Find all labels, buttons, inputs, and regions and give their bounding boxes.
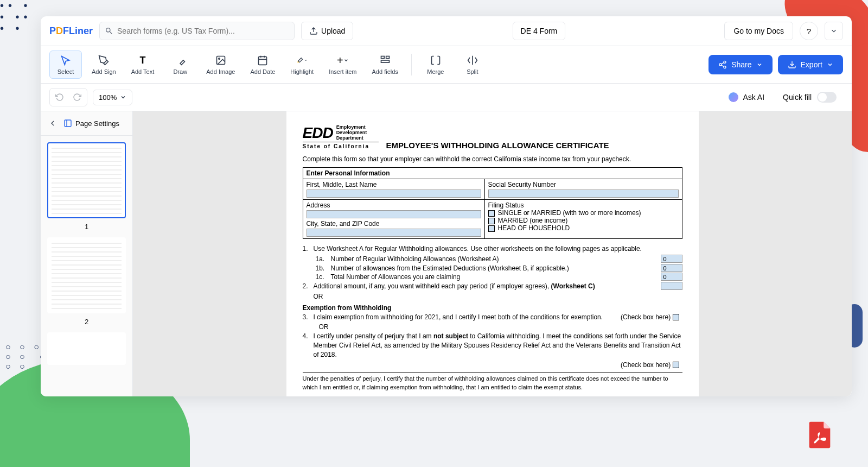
chevron-down-icon (343, 58, 349, 63)
sidebar-header: Page Settings (41, 111, 132, 136)
tool-select[interactable]: Select (49, 51, 82, 79)
svg-point-10 (719, 64, 722, 66)
tool-draw[interactable]: Draw (164, 51, 196, 78)
document-name[interactable]: DE 4 Form (513, 22, 566, 40)
help-button[interactable]: ? (800, 22, 818, 40)
sign-icon (98, 55, 109, 66)
page-thumbnail[interactable] (47, 332, 126, 365)
undo-icon (55, 93, 64, 102)
ssn-field[interactable] (488, 190, 679, 198)
export-button[interactable]: Export (778, 55, 843, 74)
search-icon (105, 27, 113, 35)
tool-highlight[interactable]: Highlight (285, 51, 319, 78)
tool-insert-item[interactable]: + Insert item (323, 51, 362, 78)
upload-button[interactable]: Upload (301, 22, 353, 40)
tool-label: Select (58, 68, 74, 75)
exemption-header: Exemption from Withholding (303, 304, 682, 313)
document-page: EDD Employment Development Department St… (286, 111, 699, 396)
tool-add-date[interactable]: Add Date (245, 51, 280, 78)
chevron-down-icon (756, 61, 763, 68)
thumb-number: 1 (47, 223, 126, 231)
image-icon (215, 55, 226, 66)
ask-ai-button[interactable]: Ask AI (722, 89, 771, 105)
split-icon (467, 55, 478, 66)
exemption-3-checkbox[interactable] (673, 314, 679, 320)
form-body: 1.Use Worksheet A for Regular Withholdin… (303, 244, 682, 396)
allowance-1b-field[interactable]: 0 (661, 264, 682, 272)
tool-add-image[interactable]: Add Image (201, 51, 240, 78)
svg-rect-6 (381, 56, 384, 59)
item1a: Number of Regular Withholding Allowances… (331, 255, 658, 264)
thumb-number: 2 (47, 318, 126, 326)
search-input[interactable] (99, 22, 295, 40)
quickfill-toggle[interactable]: Quick fill (776, 89, 843, 106)
tool-add-sign[interactable]: Add Sign (86, 51, 122, 78)
personal-info-table: Enter Personal Information First, Middle… (303, 167, 682, 239)
undo-redo-group (49, 88, 87, 106)
svg-rect-7 (386, 56, 389, 59)
edd-line: Department (336, 136, 367, 141)
allowance-1c-field[interactable]: 0 (661, 273, 682, 281)
name-field[interactable] (307, 190, 481, 198)
thumbnails-panel[interactable]: 1 2 (41, 136, 132, 396)
svg-line-12 (722, 65, 724, 67)
item1: Use Worksheet A for Regular Withholding … (314, 244, 682, 254)
tool-split[interactable]: Split (456, 51, 489, 78)
item3: I claim exemption from withholding for 2… (314, 313, 621, 322)
sidebar-collapse-button[interactable] (46, 117, 59, 130)
calendar-icon (257, 55, 268, 66)
pdf-icon (804, 419, 835, 451)
ask-ai-label: Ask AI (743, 93, 764, 102)
page-settings-label: Page Settings (75, 119, 119, 128)
tool-label: Insert item (329, 68, 356, 75)
svg-point-11 (724, 66, 726, 68)
filing-checkbox-single[interactable] (488, 210, 495, 217)
chevron-down-icon (120, 94, 126, 100)
item2-bold: (Worksheet C) (551, 282, 595, 290)
tool-label: Draw (173, 68, 187, 75)
check-here-label: (Check box here) (621, 313, 671, 321)
toggle-switch[interactable] (817, 92, 837, 103)
tool-merge[interactable]: Merge (419, 51, 452, 78)
form-title: EMPLOYEE'S WITHHOLDING ALLOWANCE CERTIFI… (386, 141, 609, 150)
tool-add-fields[interactable]: Add fields (367, 51, 404, 78)
tool-add-text[interactable]: T Add Text (126, 51, 160, 78)
city-field[interactable] (307, 229, 481, 237)
share-button[interactable]: Share (709, 55, 772, 74)
page-settings-button[interactable]: Page Settings (63, 119, 119, 128)
share-label: Share (731, 60, 751, 69)
city-label: City, State, and ZIP Code (307, 220, 481, 228)
svg-rect-2 (259, 56, 267, 65)
go-to-docs-button[interactable]: Go to my Docs (724, 22, 793, 40)
redo-button[interactable] (69, 91, 85, 104)
form-intro: Complete this form so that your employer… (303, 155, 682, 163)
filing-label: Filing Status (488, 201, 679, 209)
sidebar: Page Settings 1 2 (41, 111, 133, 396)
menu-button[interactable] (825, 22, 843, 40)
or-text: OR (319, 323, 682, 332)
zoom-dropdown[interactable]: 100% (93, 90, 132, 105)
svg-rect-8 (381, 60, 389, 62)
additional-amount-field[interactable] (661, 282, 682, 290)
address-field[interactable] (307, 210, 481, 218)
secondary-bar: 100% Ask AI Quick fill (41, 84, 852, 111)
filing-checkbox-married[interactable] (488, 218, 495, 224)
filing-opt: MARRIED (one income) (498, 217, 568, 224)
zoom-value: 100% (99, 93, 117, 102)
tool-label: Add Image (206, 68, 235, 75)
item2: Additional amount, if any, you want with… (314, 282, 551, 290)
app-window: PDFLiner Upload DE 4 Form Go to my Docs … (41, 16, 852, 396)
chevron-down-icon (304, 58, 308, 63)
tool-label: Add Text (131, 68, 155, 75)
page-thumbnail[interactable] (47, 237, 126, 313)
edd-state: State of California (303, 142, 379, 149)
exemption-4-checkbox[interactable] (673, 362, 679, 368)
page-thumbnail[interactable] (47, 142, 126, 218)
filing-checkbox-hoh[interactable] (488, 225, 495, 232)
allowance-1a-field[interactable]: 0 (661, 255, 682, 263)
logo: PDFLiner (49, 26, 93, 37)
fields-icon (380, 55, 391, 66)
document-canvas[interactable]: EDD Employment Development Department St… (133, 111, 852, 396)
undo-button[interactable] (52, 91, 67, 104)
pi-header: Enter Personal Information (303, 168, 682, 179)
